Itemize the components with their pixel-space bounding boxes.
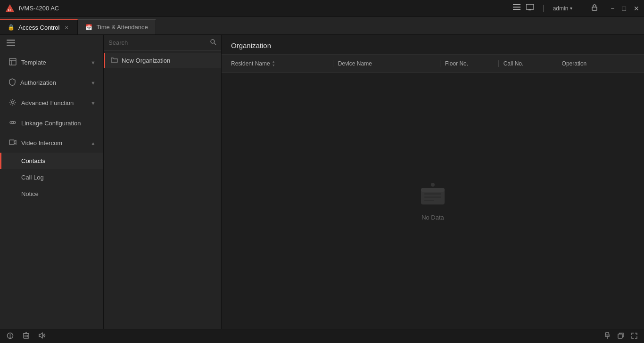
tab-time-attendance[interactable]: 📅 Time & Attendance bbox=[78, 19, 156, 34]
sidebar-item-template-label: Template bbox=[21, 59, 86, 66]
svg-point-26 bbox=[10, 336, 10, 337]
svg-rect-19 bbox=[421, 188, 445, 192]
sidebar-item-template[interactable]: Template ▼ bbox=[0, 52, 103, 73]
close-button[interactable]: ✕ bbox=[634, 5, 639, 12]
main-layout: Template ▼ Authorization ▼ Advanced Func… bbox=[0, 35, 644, 329]
svg-rect-21 bbox=[424, 196, 441, 198]
col-call-no-label: Call No. bbox=[504, 60, 524, 67]
svg-rect-15 bbox=[9, 140, 14, 145]
sidebar-item-advanced-function-label: Advanced Function bbox=[21, 99, 86, 106]
col-floor-no-label: Floor No. bbox=[445, 60, 468, 67]
svg-line-17 bbox=[215, 43, 216, 45]
contacts-label: Contacts bbox=[21, 157, 45, 164]
advanced-icon bbox=[9, 98, 17, 107]
sort-icons[interactable]: ▲ ▼ bbox=[272, 60, 275, 67]
svg-point-14 bbox=[12, 101, 14, 104]
advanced-chevron-icon: ▼ bbox=[91, 100, 96, 106]
tab-access-control-icon: 🔒 bbox=[8, 24, 15, 31]
svg-rect-4 bbox=[513, 9, 520, 10]
no-data-icon bbox=[419, 181, 447, 209]
svg-rect-22 bbox=[424, 200, 434, 201]
statusbar-right bbox=[604, 332, 637, 341]
tabbar: 🔒 Access Control ✕ 📅 Time & Attendance bbox=[0, 17, 644, 35]
pin-icon[interactable] bbox=[604, 332, 610, 341]
notice-label: Notice bbox=[21, 190, 39, 197]
col-resident-name-label: Resident Name bbox=[231, 60, 270, 67]
sidebar-sub-item-call-log[interactable]: Call Log bbox=[0, 169, 103, 186]
separator2 bbox=[582, 5, 582, 12]
window-controls: − □ ✕ bbox=[611, 5, 639, 12]
linkage-icon bbox=[9, 119, 17, 128]
maximize-button[interactable]: □ bbox=[622, 5, 626, 12]
template-icon bbox=[9, 58, 17, 67]
minimize-button[interactable]: − bbox=[611, 5, 614, 12]
search-icon[interactable] bbox=[210, 39, 216, 47]
content-area: New Organization Organization Resident N… bbox=[104, 35, 644, 329]
svg-point-16 bbox=[211, 40, 215, 43]
svg-rect-3 bbox=[513, 7, 520, 8]
admin-info[interactable]: admin ▾ bbox=[553, 5, 573, 12]
col-device-name-label: Device Name bbox=[338, 60, 372, 67]
tab-time-attendance-label: Time & Attendance bbox=[96, 24, 148, 31]
svg-rect-6 bbox=[528, 9, 531, 10]
tab-access-control-label: Access Control bbox=[18, 24, 59, 31]
list-icon[interactable] bbox=[513, 4, 520, 12]
sidebar-item-advanced-function[interactable]: Advanced Function ▼ bbox=[0, 93, 103, 113]
sound-status-item[interactable] bbox=[39, 332, 46, 340]
template-chevron-icon: ▼ bbox=[91, 60, 96, 65]
separator bbox=[543, 5, 544, 12]
titlebar: H iVMS-4200 AC admin ▾ − □ ✕ bbox=[0, 0, 644, 17]
tab-time-attendance-icon: 📅 bbox=[85, 24, 92, 31]
sound-icon bbox=[39, 332, 46, 340]
statusbar bbox=[0, 329, 644, 343]
col-device-name: Device Name bbox=[333, 60, 440, 67]
svg-rect-10 bbox=[7, 45, 15, 46]
monitor-icon[interactable] bbox=[526, 4, 534, 12]
sidebar-item-linkage-label: Linkage Configuration bbox=[21, 120, 96, 127]
sort-asc-icon: ▲ bbox=[272, 60, 275, 63]
org-tree-item-new-organization[interactable]: New Organization bbox=[104, 53, 221, 68]
data-table: Resident Name ▲ ▼ Device Name Floor No. … bbox=[222, 55, 644, 329]
sidebar-item-video-intercom[interactable]: Video Intercom ▲ bbox=[0, 133, 103, 153]
col-operation: Operation bbox=[557, 60, 639, 67]
search-input[interactable] bbox=[108, 39, 207, 46]
expand-icon[interactable] bbox=[631, 333, 637, 340]
auth-icon bbox=[9, 78, 16, 87]
no-data-text: No Data bbox=[421, 214, 444, 221]
svg-rect-7 bbox=[592, 7, 597, 10]
tab-access-control[interactable]: 🔒 Access Control ✕ bbox=[0, 19, 78, 34]
org-tree-item-label: New Organization bbox=[122, 57, 170, 64]
admin-chevron-icon: ▾ bbox=[570, 6, 572, 11]
sort-desc-icon: ▼ bbox=[272, 64, 275, 67]
titlebar-right: admin ▾ − □ ✕ bbox=[513, 4, 639, 12]
svg-rect-8 bbox=[7, 40, 15, 41]
svg-rect-2 bbox=[513, 4, 520, 5]
sidebar-sub-item-notice[interactable]: Notice bbox=[0, 186, 103, 202]
table-body: No Data bbox=[222, 73, 644, 329]
admin-label: admin bbox=[553, 5, 569, 12]
app-logo: H bbox=[5, 3, 15, 14]
video-intercom-chevron-icon: ▲ bbox=[91, 140, 96, 146]
svg-rect-11 bbox=[9, 58, 16, 65]
org-panel: New Organization bbox=[104, 35, 222, 329]
trash-icon bbox=[23, 332, 29, 341]
lock-icon[interactable] bbox=[592, 4, 597, 12]
alert-icon bbox=[7, 332, 14, 341]
table-header: Resident Name ▲ ▼ Device Name Floor No. … bbox=[222, 55, 644, 73]
col-floor-no: Floor No. bbox=[440, 60, 498, 67]
main-panel: Organization Resident Name ▲ ▼ Device Na… bbox=[222, 35, 644, 329]
tab-access-control-close[interactable]: ✕ bbox=[63, 24, 70, 31]
sidebar-item-linkage-configuration[interactable]: Linkage Configuration bbox=[0, 113, 103, 133]
sidebar-item-video-intercom-label: Video Intercom bbox=[21, 139, 86, 147]
alert-status-item[interactable] bbox=[7, 332, 14, 341]
svg-text:H: H bbox=[8, 8, 11, 12]
col-resident-name: Resident Name ▲ ▼ bbox=[226, 60, 333, 67]
svg-rect-35 bbox=[618, 334, 622, 338]
sidebar-item-authorization[interactable]: Authorization ▼ bbox=[0, 73, 103, 93]
sidebar-item-authorization-label: Authorization bbox=[20, 79, 86, 86]
sidebar-sub-item-contacts[interactable]: Contacts bbox=[0, 153, 103, 169]
app-title: iVMS-4200 AC bbox=[19, 5, 513, 12]
sidebar-collapse-button[interactable] bbox=[0, 35, 103, 52]
trash-status-item[interactable] bbox=[23, 332, 29, 341]
window-restore-icon[interactable] bbox=[618, 333, 624, 340]
